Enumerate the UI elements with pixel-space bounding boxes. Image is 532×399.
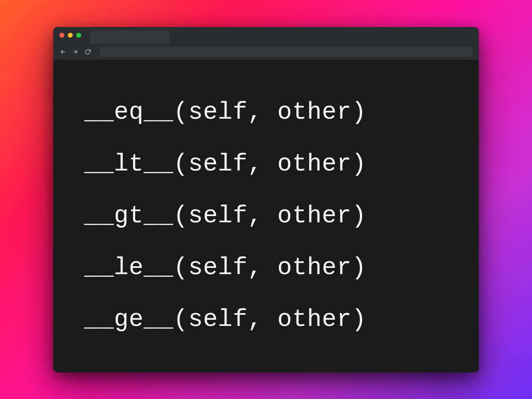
maximize-window-button[interactable]	[76, 33, 81, 38]
browser-tab[interactable]	[90, 31, 170, 44]
browser-window: __eq__(self, other) __lt__(self, other) …	[53, 27, 479, 372]
code-line: __le__(self, other)	[84, 254, 448, 282]
code-line: __eq__(self, other)	[84, 98, 448, 126]
code-line: __lt__(self, other)	[84, 150, 448, 178]
reload-icon	[85, 49, 91, 55]
back-button[interactable]	[59, 48, 66, 55]
code-line: __gt__(self, other)	[84, 202, 448, 230]
reload-button[interactable]	[84, 48, 91, 55]
code-line: __ge__(self, other)	[84, 306, 448, 333]
arrow-left-icon	[60, 49, 66, 55]
address-bar[interactable]	[99, 46, 473, 57]
arrow-right-icon	[72, 49, 78, 55]
minimize-window-button[interactable]	[68, 33, 73, 38]
forward-button[interactable]	[72, 48, 79, 55]
traffic-lights	[59, 33, 81, 38]
nav-bar	[53, 44, 479, 60]
tab-bar	[53, 27, 479, 44]
content-area: __eq__(self, other) __lt__(self, other) …	[53, 60, 479, 372]
close-window-button[interactable]	[59, 33, 64, 38]
